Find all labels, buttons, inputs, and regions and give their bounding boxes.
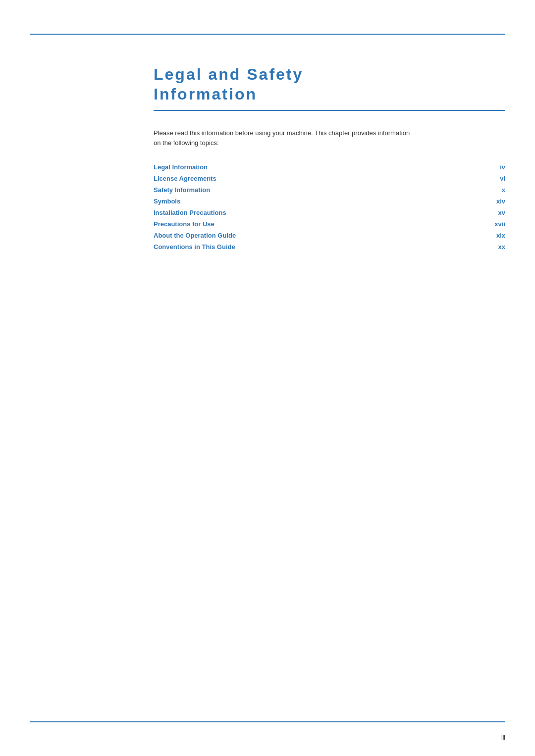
toc-item-label[interactable]: About the Operation Guide <box>154 230 453 241</box>
toc-row[interactable]: Installation Precautionsxv <box>154 207 505 218</box>
toc-item-label[interactable]: Symbols <box>154 196 453 207</box>
toc-item-label[interactable]: Safety Information <box>154 184 453 196</box>
toc-row[interactable]: Legal Informationiv <box>154 161 505 173</box>
top-horizontal-rule <box>30 34 505 35</box>
toc-row[interactable]: Conventions in This Guidexx <box>154 241 505 252</box>
toc-item-label[interactable]: Precautions for Use <box>154 218 453 230</box>
toc-item-label[interactable]: Conventions in This Guide <box>154 241 453 252</box>
toc-row[interactable]: Symbolsxiv <box>154 196 505 207</box>
main-content: Legal and Safety Information Please read… <box>154 45 505 711</box>
toc-item-label[interactable]: Legal Information <box>154 161 453 173</box>
chapter-title: Legal and Safety Information <box>154 64 505 104</box>
toc-item-page: xvii <box>453 218 506 230</box>
toc-item-page: x <box>453 184 506 196</box>
toc-item-page: xix <box>453 230 506 241</box>
toc-row[interactable]: Precautions for Usexvii <box>154 218 505 230</box>
title-underline <box>154 110 505 111</box>
page-number: iii <box>501 734 505 741</box>
intro-paragraph: Please read this information before usin… <box>154 128 411 148</box>
toc-row[interactable]: License Agreementsvi <box>154 173 505 184</box>
chapter-title-line1: Legal and Safety <box>154 65 303 83</box>
toc-item-page: xiv <box>453 196 506 207</box>
toc-row[interactable]: About the Operation Guidexix <box>154 230 505 241</box>
toc-item-label[interactable]: License Agreements <box>154 173 453 184</box>
toc-item-label[interactable]: Installation Precautions <box>154 207 453 218</box>
bottom-horizontal-rule <box>30 721 505 722</box>
toc-item-page: iv <box>453 161 506 173</box>
toc-row[interactable]: Safety Informationx <box>154 184 505 196</box>
chapter-title-line2: Information <box>154 85 257 103</box>
table-of-contents: Legal InformationivLicense AgreementsviS… <box>154 161 505 252</box>
toc-item-page: vi <box>453 173 506 184</box>
toc-item-page: xx <box>453 241 506 252</box>
toc-item-page: xv <box>453 207 506 218</box>
